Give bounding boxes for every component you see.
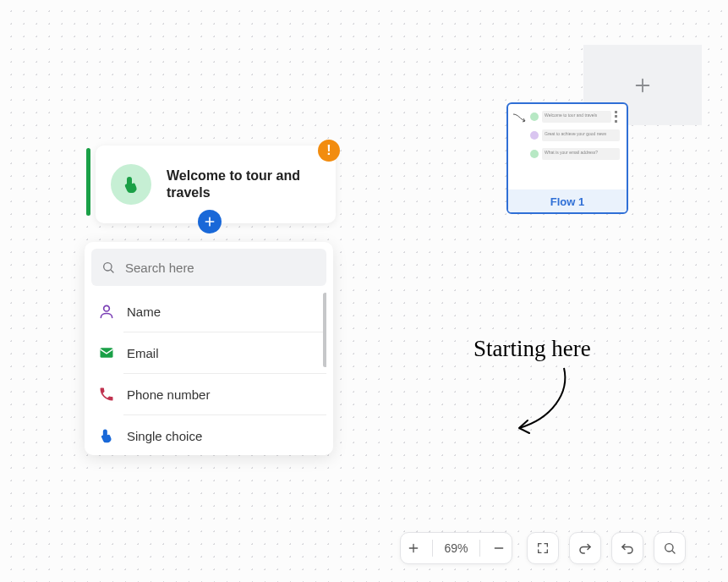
- flow-title: Flow 1: [550, 195, 584, 208]
- step-accent-bar: [86, 148, 90, 216]
- flow-card[interactable]: Welcome to tour and travels Great to ach…: [506, 102, 628, 214]
- add-step-button[interactable]: [198, 210, 222, 233]
- search-box[interactable]: [91, 249, 326, 286]
- step-type-picker: Name Email Phone number Si: [85, 242, 333, 455]
- email-icon: [98, 344, 115, 361]
- preview-dot: [530, 131, 539, 140]
- search-button[interactable]: [654, 532, 686, 564]
- flow-card-footer: Flow 1: [508, 189, 627, 214]
- option-email[interactable]: Email: [91, 332, 326, 373]
- annotation-text: Starting here: [473, 336, 591, 362]
- search-icon: [663, 541, 676, 555]
- preview-step: What is your email address?: [542, 148, 620, 160]
- svg-point-0: [104, 263, 112, 271]
- phone-icon: [98, 386, 115, 403]
- fullscreen-icon: [536, 541, 550, 555]
- flow-preview: Welcome to tour and travels Great to ach…: [508, 107, 627, 189]
- preview-dot: [530, 150, 539, 158]
- exclaim-icon: !: [326, 143, 331, 158]
- plus-icon: [633, 76, 652, 95]
- option-label: Phone number: [127, 387, 210, 402]
- kebab-icon: [615, 111, 620, 123]
- search-input[interactable]: [123, 260, 316, 276]
- svg-rect-2: [101, 348, 113, 358]
- zoom-control: 69%: [400, 532, 512, 564]
- touch-icon: [98, 427, 115, 444]
- option-name[interactable]: Name: [91, 291, 326, 332]
- zoom-value: 69%: [444, 541, 468, 555]
- svg-point-1: [104, 305, 110, 311]
- svg-point-3: [665, 544, 673, 552]
- preview-dot: [530, 113, 539, 121]
- scrollbar-thumb[interactable]: [323, 293, 326, 367]
- undo-icon: [620, 541, 635, 556]
- canvas[interactable]: Welcome to tour and travels Great to ach…: [0, 0, 728, 582]
- option-single-choice[interactable]: Single choice: [91, 415, 326, 448]
- redo-icon: [577, 541, 593, 556]
- zoom-out-button[interactable]: [492, 541, 506, 555]
- preview-step: Welcome to tour and travels: [542, 111, 611, 123]
- preview-step: Great to achieve your good news: [542, 129, 620, 141]
- option-phone[interactable]: Phone number: [91, 374, 326, 415]
- person-icon: [98, 303, 115, 320]
- search-icon: [101, 261, 115, 274]
- redo-button[interactable]: [569, 532, 601, 564]
- option-label: Single choice: [127, 429, 202, 443]
- welcome-title: Welcome to tour and travels: [167, 167, 320, 201]
- undo-button[interactable]: [611, 532, 643, 564]
- option-label: Name: [127, 305, 161, 319]
- plus-icon: [203, 215, 216, 228]
- zoom-in-button[interactable]: [407, 541, 420, 555]
- option-label: Email: [127, 346, 159, 360]
- fit-screen-button[interactable]: [527, 532, 559, 564]
- warning-badge[interactable]: !: [318, 140, 340, 162]
- annotation-arrow-icon: [509, 364, 577, 440]
- touch-icon: [111, 164, 151, 205]
